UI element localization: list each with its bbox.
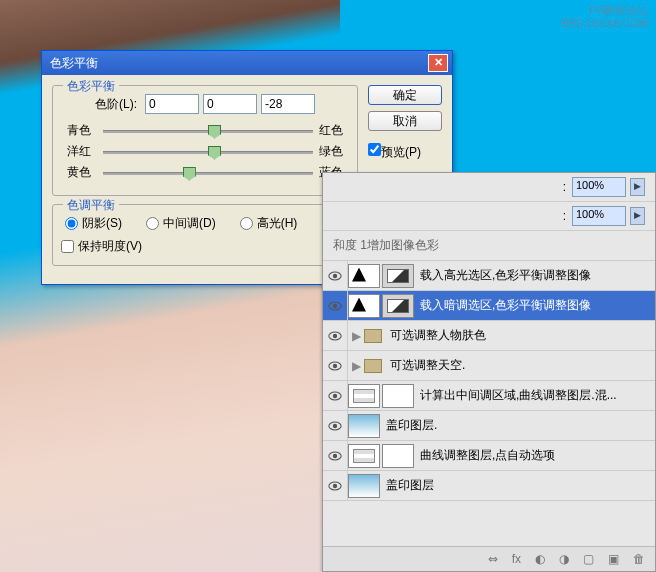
fill-field[interactable]: 100% (572, 206, 626, 226)
close-icon[interactable]: ✕ (428, 54, 448, 72)
svg-point-15 (333, 483, 337, 487)
layer-thumb[interactable] (348, 444, 380, 468)
layer-thumb[interactable] (382, 264, 414, 288)
color-balance-group: 色彩平衡 色阶(L): 青色 红色 洋红 绿色 (52, 85, 358, 196)
visibility-icon[interactable] (323, 381, 348, 410)
svg-point-9 (333, 393, 337, 397)
radio-midtones[interactable]: 中间调(D) (146, 215, 216, 232)
layer-name: 曲线调整图层,点自动选项 (416, 447, 655, 464)
layer-row[interactable]: 载入暗调选区,色彩平衡调整图像 (323, 291, 655, 321)
layer-name: 计算出中间调区域,曲线调整图层.混... (416, 387, 655, 404)
label-yellow: 黄色 (61, 164, 91, 181)
layer-list: 载入高光选区,色彩平衡调整图像载入暗调选区,色彩平衡调整图像▶可选调整人物肤色▶… (323, 260, 655, 501)
expand-icon[interactable]: ▶ (348, 359, 364, 373)
layers-panel: : 100% ▶ : 100% ▶ 和度 1增加图像色彩 载入高光选区,色彩平衡… (322, 172, 656, 572)
label-green: 绿色 (319, 143, 349, 160)
visibility-icon[interactable] (323, 441, 348, 470)
layers-bottom-bar: ⇔ fx ◐ ◑ ▢ ▣ 🗑 (323, 546, 655, 571)
label-red: 红色 (319, 122, 349, 139)
layer-name: 盖印图层 (382, 477, 655, 494)
layer-row[interactable]: 曲线调整图层,点自动选项 (323, 441, 655, 471)
level-label: 色阶(L): (95, 96, 137, 113)
svg-point-7 (333, 363, 337, 367)
slider-yellow-blue[interactable] (103, 166, 313, 180)
layer-mask-thumb[interactable] (348, 264, 380, 288)
visibility-icon[interactable] (323, 351, 348, 380)
level-input-1[interactable] (203, 94, 257, 114)
visibility-icon[interactable] (323, 321, 348, 350)
layer-row[interactable]: ▶可选调整人物肤色 (323, 321, 655, 351)
radio-highlights[interactable]: 高光(H) (240, 215, 298, 232)
layer-name: 可选调整天空. (386, 357, 655, 374)
layer-name: 盖印图层. (382, 417, 655, 434)
opacity-field[interactable]: 100% (572, 177, 626, 197)
radio-shadows[interactable]: 阴影(S) (65, 215, 122, 232)
svg-point-13 (333, 453, 337, 457)
layer-thumb[interactable] (382, 294, 414, 318)
panel-subtext: 和度 1增加图像色彩 (333, 237, 645, 254)
chevron-right-icon[interactable]: ▶ (630, 178, 645, 196)
level-input-2[interactable] (261, 94, 315, 114)
visibility-icon[interactable] (323, 471, 348, 500)
checkbox-preserve-luminosity[interactable]: 保持明度(V) (61, 238, 349, 255)
visibility-icon[interactable] (323, 291, 348, 320)
trash-icon[interactable]: 🗑 (633, 552, 645, 566)
layer-thumb[interactable] (348, 384, 380, 408)
slider-cyan-red[interactable] (103, 124, 313, 138)
layer-name: 载入高光选区,色彩平衡调整图像 (416, 267, 655, 284)
layer-name: 载入暗调选区,色彩平衡调整图像 (416, 297, 655, 314)
layer-mask-thumb[interactable] (382, 444, 414, 468)
svg-point-1 (333, 273, 337, 277)
level-input-0[interactable] (145, 94, 199, 114)
layer-row[interactable]: ▶可选调整天空. (323, 351, 655, 381)
label-cyan: 青色 (61, 122, 91, 139)
svg-point-11 (333, 423, 337, 427)
adjustment-icon[interactable]: ◑ (559, 552, 569, 566)
svg-point-5 (333, 333, 337, 337)
link-icon[interactable]: ⇔ (488, 552, 498, 566)
layer-row[interactable]: 盖印图层 (323, 471, 655, 501)
layer-thumb[interactable] (348, 414, 380, 438)
group-label: 色彩平衡 (63, 78, 119, 95)
folder-icon (364, 359, 382, 373)
ok-button[interactable]: 确定 (368, 85, 442, 105)
folder-icon (364, 329, 382, 343)
tone-balance-group: 色调平衡 阴影(S) 中间调(D) 高光(H) 保持明度(V) (52, 204, 358, 266)
mask-icon[interactable]: ◐ (535, 552, 545, 566)
group-label-tone: 色调平衡 (63, 197, 119, 214)
new-layer-icon[interactable]: ▣ (608, 552, 619, 566)
layer-row[interactable]: 计算出中间调区域,曲线调整图层.混... (323, 381, 655, 411)
layer-mask-thumb[interactable] (348, 294, 380, 318)
layer-thumb[interactable] (348, 474, 380, 498)
checkbox-preview[interactable]: 预览(P) (368, 143, 421, 161)
expand-icon[interactable]: ▶ (348, 329, 364, 343)
layer-row[interactable]: 载入高光选区,色彩平衡调整图像 (323, 261, 655, 291)
cancel-button[interactable]: 取消 (368, 111, 442, 131)
watermark: PS教程论坛BBS.16XX8.COM (561, 4, 648, 30)
layer-row[interactable]: 盖印图层. (323, 411, 655, 441)
layer-mask-thumb[interactable] (382, 384, 414, 408)
visibility-icon[interactable] (323, 411, 348, 440)
slider-magenta-green[interactable] (103, 145, 313, 159)
visibility-icon[interactable] (323, 261, 348, 290)
svg-point-3 (333, 303, 337, 307)
folder-icon[interactable]: ▢ (583, 552, 594, 566)
dialog-title: 色彩平衡 (46, 55, 428, 72)
dialog-titlebar[interactable]: 色彩平衡 ✕ (42, 51, 452, 75)
label-magenta: 洋红 (61, 143, 91, 160)
chevron-right-icon[interactable]: ▶ (630, 207, 645, 225)
fx-icon[interactable]: fx (512, 552, 521, 566)
layer-name: 可选调整人物肤色 (386, 327, 655, 344)
